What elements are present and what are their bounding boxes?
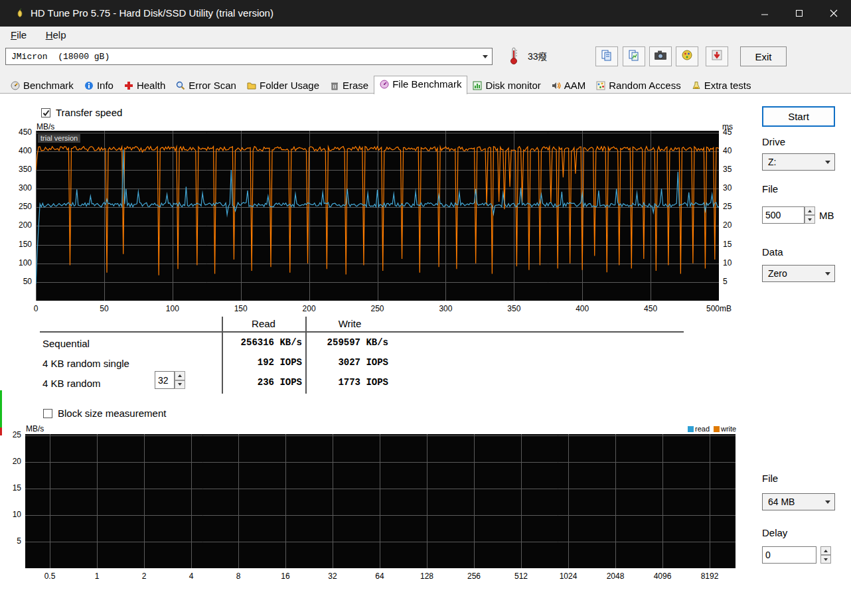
start-button[interactable]: Start xyxy=(762,106,835,127)
axis-tick-label: 250 xyxy=(358,304,398,313)
palette-icon xyxy=(681,49,693,64)
axis-tick-label: 500mB xyxy=(699,304,739,313)
chevron-down-icon[interactable] xyxy=(821,494,834,510)
random-single-write-value: 3027 IOPS xyxy=(289,357,388,368)
chart2-yaxis-unit: MB/s xyxy=(26,424,44,433)
copy-text-button[interactable] xyxy=(595,46,618,66)
tab-label: AAM xyxy=(564,80,586,91)
drive-select-combo[interactable]: JMicron (18000 gB) xyxy=(5,48,493,65)
axis-tick-label: 15 xyxy=(4,483,21,493)
sequential-read-value: 256316 KB/s xyxy=(202,337,302,348)
write-legend-swatch xyxy=(714,426,720,432)
tab-health[interactable]: Health xyxy=(119,78,171,94)
tab-random-access[interactable]: Random Access xyxy=(591,78,686,94)
axis-tick-label: 256 xyxy=(454,572,494,581)
close-button[interactable] xyxy=(816,0,851,27)
extra-tests-icon xyxy=(692,81,701,90)
tab-extra-tests[interactable]: Extra tests xyxy=(686,78,757,94)
axis-tick-label: 20 xyxy=(4,457,21,466)
erase-icon xyxy=(330,81,339,90)
tab-info[interactable]: Info xyxy=(79,78,119,94)
stepper-down-icon[interactable] xyxy=(820,555,831,564)
read-legend-swatch xyxy=(688,426,694,432)
chart1-yaxis-unit: MB/s xyxy=(37,122,54,131)
tab-label: Error Scan xyxy=(189,80,236,91)
tab-erase[interactable]: Erase xyxy=(325,78,374,94)
axis-tick-label: 200 xyxy=(9,220,32,230)
tab-disk-monitor[interactable]: Disk monitor xyxy=(467,78,546,94)
chevron-down-icon[interactable] xyxy=(821,154,834,170)
delay-stepper[interactable] xyxy=(820,546,831,564)
appearance-button[interactable] xyxy=(676,46,698,66)
axis-tick-label: 10 xyxy=(4,510,21,519)
exit-button[interactable]: Exit xyxy=(740,46,787,66)
menu-help[interactable]: Help xyxy=(38,27,74,43)
stepper-up-icon[interactable] xyxy=(175,371,185,380)
write-legend-label: write xyxy=(721,425,736,433)
minimize-button[interactable] xyxy=(747,0,782,27)
thermometer-icon xyxy=(508,46,519,68)
random-access-icon xyxy=(596,81,605,90)
axis-tick-label: 200 xyxy=(289,304,329,313)
transfer-speed-checkbox[interactable] xyxy=(41,108,50,117)
chevron-down-icon[interactable] xyxy=(821,266,834,281)
axis-tick-label: 1 xyxy=(77,572,117,581)
axis-tick-label: 250 xyxy=(9,202,32,211)
menu-file[interactable]: File xyxy=(3,27,35,43)
axis-tick-label: 5 xyxy=(723,277,743,286)
row-label-4kb-random-single: 4 KB random single xyxy=(42,358,129,369)
queue-depth-input[interactable] xyxy=(155,371,175,389)
tab-label: Benchmark xyxy=(23,80,74,91)
error-scan-icon xyxy=(176,81,185,90)
block-file-dropdown[interactable]: 64 MB xyxy=(762,493,835,510)
axis-tick-label: 50 xyxy=(84,304,124,313)
title-bar[interactable]: HD Tune Pro 5.75 - Hard Disk/SSD Utility… xyxy=(0,0,851,27)
benchmark-icon xyxy=(11,81,20,90)
copy-image-button[interactable] xyxy=(623,46,645,66)
axis-tick-label: 32 xyxy=(313,572,352,581)
start-button-label: Start xyxy=(788,111,809,122)
stepper-down-icon[interactable] xyxy=(175,380,185,390)
block-size-label: Block size measurement xyxy=(58,408,166,419)
trial-watermark: trial version xyxy=(38,134,80,143)
axis-tick-label: 4096 xyxy=(643,572,682,581)
chevron-down-icon[interactable] xyxy=(479,48,492,64)
axis-tick-label: 40 xyxy=(723,146,743,155)
axis-tick-label: 300 xyxy=(9,183,32,193)
stepper-up-icon[interactable] xyxy=(820,546,831,555)
info-icon xyxy=(84,81,94,90)
tab-error-scan[interactable]: Error Scan xyxy=(171,78,242,94)
left-edge-red-indicator xyxy=(0,427,2,435)
stepper-up-icon[interactable] xyxy=(805,206,815,215)
aam-icon xyxy=(552,81,561,90)
camera-icon xyxy=(654,50,667,63)
axis-tick-label: 25 xyxy=(4,430,21,439)
tab-file-benchmark[interactable]: File Benchmark xyxy=(374,76,467,94)
stepper-down-icon[interactable] xyxy=(805,215,815,224)
data-pattern-dropdown[interactable]: Zero xyxy=(762,265,835,282)
delay-input[interactable] xyxy=(762,546,816,564)
maximize-button[interactable] xyxy=(782,0,816,27)
tab-aam[interactable]: AAM xyxy=(546,78,591,94)
axis-tick-label: 10 xyxy=(723,258,743,268)
left-edge-green-indicator xyxy=(0,390,2,427)
file-size-stepper[interactable] xyxy=(805,206,815,224)
random-write-value: 1773 IOPS xyxy=(289,377,388,388)
axis-tick-label: 0.5 xyxy=(30,572,70,581)
drive-dropdown[interactable]: Z: xyxy=(762,153,835,171)
tab-benchmark[interactable]: Benchmark xyxy=(5,78,79,94)
axis-tick-label: 100 xyxy=(153,304,193,313)
axis-tick-label: 150 xyxy=(9,240,32,249)
download-button[interactable] xyxy=(706,46,728,66)
queue-depth-stepper[interactable] xyxy=(175,371,185,389)
transfer-speed-chart xyxy=(36,131,719,301)
tab-label: File Benchmark xyxy=(392,78,461,90)
tab-label: Disk monitor xyxy=(485,80,540,91)
file-size-input[interactable] xyxy=(762,206,805,224)
axis-tick-label: 128 xyxy=(407,572,447,581)
screenshot-button[interactable] xyxy=(649,46,672,66)
tab-folder-usage[interactable]: Folder Usage xyxy=(242,78,325,94)
copy-image-icon xyxy=(628,49,640,64)
block-size-checkbox[interactable] xyxy=(43,409,52,418)
axis-tick-label: 64 xyxy=(360,572,400,581)
